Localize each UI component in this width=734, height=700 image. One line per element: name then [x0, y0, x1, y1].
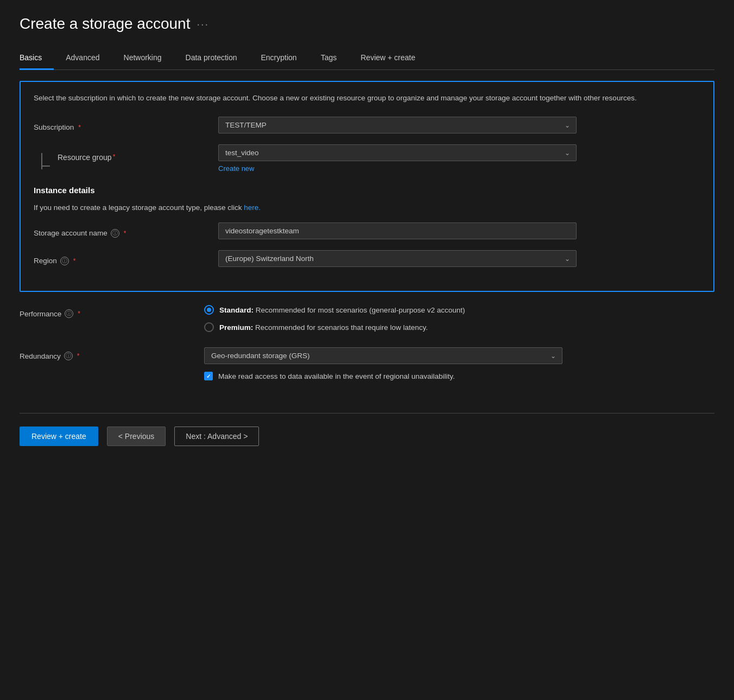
performance-label: Performance ⓘ * [20, 305, 204, 318]
resource-group-control: test_video ⌄ Create new [218, 144, 577, 173]
redundancy-row: Redundancy ⓘ * Locally-redundant storage… [20, 347, 714, 380]
resource-group-label: Resource group [58, 153, 112, 162]
performance-info-icon[interactable]: ⓘ [65, 309, 73, 318]
redundancy-select[interactable]: Locally-redundant storage (LRS) Zone-red… [204, 347, 562, 364]
blue-box-section: Select the subscription in which to crea… [20, 81, 714, 292]
tab-basics[interactable]: Basics [20, 48, 54, 70]
read-access-label: Make read access to data available in th… [218, 372, 455, 380]
outside-section: Performance ⓘ * Standard: Recommended fo… [20, 292, 714, 380]
legacy-text: If you need to create a legacy storage a… [34, 203, 700, 212]
resource-group-select[interactable]: test_video [218, 144, 577, 161]
performance-standard-label: Standard: Recommended for most scenarios… [219, 306, 465, 314]
performance-premium-radio[interactable] [204, 322, 214, 332]
subscription-required: * [78, 124, 81, 131]
storage-name-row: Storage account name ⓘ * [34, 222, 700, 239]
resource-group-select-wrapper: test_video ⌄ [218, 144, 577, 161]
performance-required: * [78, 310, 80, 317]
redundancy-control: Locally-redundant storage (LRS) Zone-red… [204, 347, 562, 380]
read-access-checkbox-row: ✓ Make read access to data available in … [204, 372, 562, 380]
redundancy-label: Redundancy ⓘ * [20, 347, 204, 360]
previous-button[interactable]: < Previous [107, 427, 166, 446]
performance-standard-radio[interactable] [204, 305, 214, 315]
performance-premium-option[interactable]: Premium: Recommended for scenarios that … [204, 322, 562, 332]
subscription-label: Subscription * [34, 119, 218, 131]
performance-premium-label: Premium: Recommended for scenarios that … [219, 323, 428, 332]
resource-group-row: Resource group * test_video ⌄ Create new [34, 144, 700, 173]
tab-advanced[interactable]: Advanced [54, 48, 111, 70]
tab-encryption[interactable]: Encryption [249, 48, 309, 70]
storage-name-info-icon[interactable]: ⓘ [111, 229, 119, 238]
subscription-control: TEST/TEMP ⌄ [218, 117, 577, 133]
subscription-select-wrapper: TEST/TEMP ⌄ [218, 117, 577, 133]
region-info-icon[interactable]: ⓘ [60, 257, 69, 265]
storage-name-input[interactable] [218, 222, 577, 239]
subscription-select[interactable]: TEST/TEMP [218, 117, 577, 133]
page-title: Create a storage account [20, 15, 190, 33]
legacy-link[interactable]: here. [244, 203, 261, 212]
page-title-dots: ··· [197, 18, 209, 30]
region-select[interactable]: (Europe) Switzerland North [218, 250, 577, 267]
redundancy-required: * [77, 352, 80, 360]
storage-name-required: * [124, 230, 126, 237]
instance-details-header: Instance details [34, 186, 700, 195]
subscription-row: Subscription * TEST/TEMP ⌄ [34, 117, 700, 133]
redundancy-info-icon[interactable]: ⓘ [64, 352, 73, 360]
blue-box-description: Select the subscription in which to crea… [34, 93, 700, 104]
review-create-button[interactable]: Review + create [20, 427, 98, 446]
region-select-wrapper: (Europe) Switzerland North ⌄ [218, 250, 577, 267]
tab-networking[interactable]: Networking [112, 48, 174, 70]
tab-data-protection[interactable]: Data protection [174, 48, 249, 70]
next-button[interactable]: Next : Advanced > [174, 427, 259, 446]
storage-name-control [218, 222, 577, 239]
checkbox-check-icon: ✓ [206, 373, 211, 379]
read-access-checkbox[interactable]: ✓ [204, 372, 213, 380]
tab-tags[interactable]: Tags [309, 48, 349, 70]
bottom-bar: Review + create < Previous Next : Advanc… [20, 413, 714, 459]
redundancy-select-wrapper: Locally-redundant storage (LRS) Zone-red… [204, 347, 562, 364]
resource-group-required: * [113, 153, 116, 161]
region-control: (Europe) Switzerland North ⌄ [218, 250, 577, 267]
resource-group-label-wrapper: Resource group * [34, 144, 218, 169]
region-label: Region ⓘ * [34, 252, 218, 265]
performance-row: Performance ⓘ * Standard: Recommended fo… [20, 305, 714, 332]
region-row: Region ⓘ * (Europe) Switzerland North ⌄ [34, 250, 700, 267]
tabs-bar: Basics Advanced Networking Data protecti… [20, 48, 714, 70]
performance-radio-group: Standard: Recommended for most scenarios… [204, 305, 562, 332]
region-required: * [73, 257, 76, 265]
performance-standard-dot [207, 308, 211, 312]
tab-review-create[interactable]: Review + create [349, 48, 427, 70]
performance-standard-option[interactable]: Standard: Recommended for most scenarios… [204, 305, 562, 315]
performance-control: Standard: Recommended for most scenarios… [204, 305, 562, 332]
storage-name-label: Storage account name ⓘ * [34, 225, 218, 238]
create-new-link[interactable]: Create new [218, 164, 577, 173]
